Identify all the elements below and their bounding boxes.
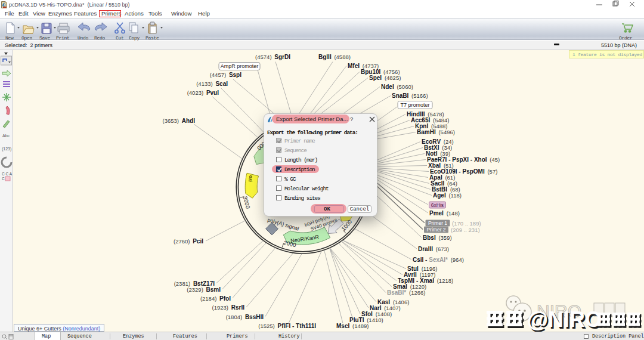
svg-text:ori: ori [247,175,255,182]
svg-text:MscI (1489): MscI (1489) [336,323,369,329]
svg-text:3000: 3000 [242,196,252,209]
svg-text:(4133) ScaI: (4133) ScaI [196,81,228,87]
svg-text:(1923) RsrII: (1923) RsrII [212,304,245,311]
svg-text:(123): (123) [2,147,11,152]
svg-text:T7 promoter: T7 promoter [400,102,429,108]
svg-text:BamHI (5496): BamHI (5496) [417,129,455,135]
svg-text:(2381) BstZ17I: (2381) BstZ17I [174,280,215,287]
svg-text:DraIII (673): DraIII (673) [418,246,449,252]
svg-text:@NIRO: @NIRO [527,307,602,332]
svg-text:SpeI (4825): SpeI (4825) [369,75,401,81]
svg-text:AmpR promoter: AmpR promoter [221,63,259,69]
svg-text:(3653) AhdI: (3653) AhdI [163,118,196,124]
svg-text:Primer 2: Primer 2 [426,227,445,233]
svg-text:(2329) BsmI: (2329) BsmI [187,286,221,293]
svg-text:BglII (4588): BglII (4588) [318,54,351,60]
svg-text:BsaBI* (1266): BsaBI* (1266) [387,289,425,296]
svg-text:Primer 1: Primer 1 [428,220,447,226]
svg-text:C: C [2,177,5,181]
svg-text:CsiI - SexAI* (964): CsiI - SexAI* (964) [413,256,464,263]
svg-text:(170 .. 189): (170 .. 189) [452,220,481,227]
svg-text:SnaBI (5166): SnaBI (5166) [392,92,428,99]
svg-text:AgeI (118): AgeI (118) [433,192,462,199]
svg-text:PmeI (148): PmeI (148) [429,210,460,217]
svg-text:(2760) PciI: (2760) PciI [174,238,203,245]
svg-text:C C A: C C A [2,172,13,176]
svg-text:(4023) PvuI: (4023) PvuI [187,89,219,96]
svg-text:(4457) SspI: (4457) SspI [210,72,242,78]
svg-text:Abc: Abc [2,134,10,138]
svg-text:(2184) PfoI: (2184) PfoI [200,295,231,302]
svg-text:(209 .. 231): (209 .. 231) [451,227,480,233]
svg-text:(1525) PflFI - Tth111I: (1525) PflFI - Tth111I [258,323,316,329]
svg-text:(1804) BssHII: (1804) BssHII [226,314,264,320]
svg-text:BbsI (359): BbsI (359) [423,234,452,241]
svg-text:NdeI (5060): NdeI (5060) [381,84,413,90]
svg-text:(4574) SgrDI: (4574) SgrDI [255,54,290,60]
svg-text:6xHis: 6xHis [431,202,444,208]
